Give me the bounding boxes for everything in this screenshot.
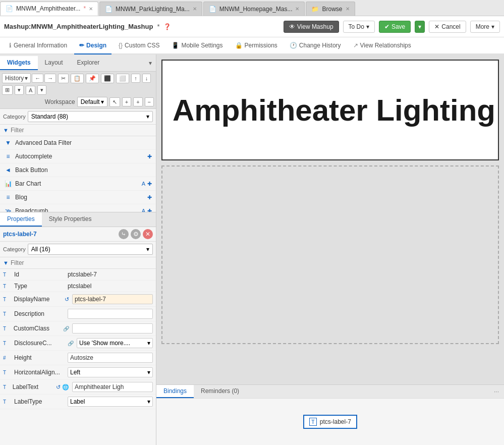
widget-list: ▼ Advanced Data Filter ≡ Autocomplete ✚ … xyxy=(0,136,156,212)
close-icon-btn[interactable]: ✕ xyxy=(143,229,153,239)
prop-select-disc[interactable]: Use 'Show more.... ▾ xyxy=(77,338,153,348)
tab-browse[interactable]: 📁 Browse ✕ xyxy=(306,2,355,16)
widget-item-autocomplete[interactable]: ≡ Autocomplete ✚ xyxy=(0,150,156,163)
widget-item-back-button[interactable]: ◄ Back Button xyxy=(0,163,156,177)
nav-item-custom-css[interactable]: {} Custom CSS xyxy=(114,37,164,54)
group-dropdown[interactable]: ▾ xyxy=(15,85,24,95)
paste-button[interactable]: 📌 xyxy=(86,74,99,83)
nav-item-mobile-settings[interactable]: 📱 Mobile Settings xyxy=(166,37,228,54)
prop-item-custom-class: T CustomClass 🔗 xyxy=(0,321,156,336)
properties-section: Properties Style Properties ptcs-label-7… xyxy=(0,212,156,409)
text-dropdown[interactable]: ▾ xyxy=(37,85,46,95)
canvas-content[interactable]: Amphitheater Lighting Control xyxy=(156,54,504,384)
tab-layout[interactable]: Layout xyxy=(38,56,70,70)
widget-filter-input[interactable] xyxy=(11,127,153,134)
redo-button[interactable]: → xyxy=(44,74,56,83)
link-icon-cc[interactable]: 🔗 xyxy=(63,326,69,331)
todo-button[interactable]: To Do ▾ xyxy=(343,21,375,33)
refresh-icon-dn[interactable]: ↺ xyxy=(65,296,69,303)
info-icon: ℹ xyxy=(9,42,12,49)
text-edit-button[interactable]: A xyxy=(26,86,35,95)
tab-file-icon: 📄 xyxy=(6,5,13,12)
tab-close-2[interactable]: ✕ xyxy=(193,6,197,12)
widget-item-bar-chart[interactable]: 📊 Bar Chart A ✚ xyxy=(0,177,156,191)
align-center-button[interactable]: ⬜ xyxy=(116,74,129,83)
save-button[interactable]: ✔ Save xyxy=(379,21,411,33)
tab-widgets[interactable]: Widgets xyxy=(0,56,38,70)
tab-homepage[interactable]: 📄 MNWM_Homepage_Mas... ✕ xyxy=(203,2,305,16)
tab-style-properties[interactable]: Style Properties xyxy=(42,212,99,227)
props-category-select[interactable]: All (16) ▾ xyxy=(28,244,153,255)
ha-chevron: ▾ xyxy=(147,369,150,376)
expand-button[interactable]: + xyxy=(133,97,142,106)
tab-close-3[interactable]: ✕ xyxy=(295,6,299,12)
canvas-drop-area[interactable] xyxy=(161,165,499,344)
tab-parklighting[interactable]: 📄 MNWM_ParkLighting_Ma... ✕ xyxy=(99,2,202,16)
group-button[interactable]: ⊞ xyxy=(2,85,13,95)
history-dropdown[interactable]: History ▾ xyxy=(2,73,31,83)
align-bottom-button[interactable]: ↓ xyxy=(142,74,151,83)
globe-icon-lt[interactable]: 🌐 xyxy=(62,384,69,391)
toolbar-strip: History ▾ ← → ✂ 📋 📌 ⬛ ⬜ ↑ ↓ ⊞ ▾ A ▾ Work… xyxy=(0,72,156,109)
align-top-button[interactable]: ↑ xyxy=(131,74,140,83)
props-filter-input[interactable] xyxy=(11,259,153,266)
undo-button[interactable]: ← xyxy=(32,74,43,83)
collapse-button[interactable]: − xyxy=(145,97,154,106)
view-mashup-button[interactable]: 👁 View Mashup xyxy=(284,21,339,33)
prop-input-desc[interactable] xyxy=(68,309,153,319)
cut-button[interactable]: ✂ xyxy=(58,74,69,83)
refresh-icon-lt[interactable]: ↺ xyxy=(56,384,61,391)
add-icon-blog[interactable]: ✚ xyxy=(147,194,152,201)
tab-amphitheater[interactable]: 📄 MNWM_Amphitheater... * ✕ xyxy=(0,2,98,16)
cursor-button[interactable]: ↖ xyxy=(109,97,120,107)
gear-icon-btn[interactable]: ⚙ xyxy=(131,229,141,239)
save-dropdown-button[interactable]: ▾ xyxy=(415,21,425,33)
tab-properties[interactable]: Properties xyxy=(0,212,42,227)
widget-item-breadcrumb[interactable]: ≫ Breadcrumb A ✚ xyxy=(0,204,156,212)
widget-category-row: Category Standard (88) ▾ xyxy=(0,109,156,125)
nav-item-general-info[interactable]: ℹ General Information xyxy=(4,37,72,54)
more-button[interactable]: More ▾ xyxy=(470,21,500,33)
nav-item-change-history[interactable]: 🕐 Change History xyxy=(285,37,346,54)
prop-name-cc: CustomClass xyxy=(14,325,60,332)
link-icon-disc[interactable]: 🔗 xyxy=(68,341,74,346)
workspace-select[interactable]: Default ▾ xyxy=(77,97,107,107)
nav-item-permissions[interactable]: 🔒 Permissions xyxy=(230,37,283,54)
share-icon-btn[interactable]: ⤷ xyxy=(119,229,129,239)
align-left-button[interactable]: ⬛ xyxy=(101,74,114,83)
add-icon-breadcrumb[interactable]: ✚ xyxy=(147,208,152,212)
prop-item-display-name: T DisplayName ↺ xyxy=(0,292,156,307)
widget-icon-autocomplete: ≡ xyxy=(4,152,12,160)
bottom-tab-bindings[interactable]: Bindings xyxy=(156,385,194,398)
add-icon-bar-chart[interactable]: ✚ xyxy=(147,181,152,187)
cancel-button[interactable]: ✕ Cancel xyxy=(429,21,466,33)
eye-icon: 👁 xyxy=(289,23,295,30)
prop-input-cc[interactable] xyxy=(72,323,153,333)
tab-close-1[interactable]: ✕ xyxy=(89,6,93,12)
bottom-tab-reminders[interactable]: Reminders (0) xyxy=(194,385,246,398)
main-layout: Widgets Layout Explorer ▾ History ▾ ← → … xyxy=(0,54,504,445)
prop-type-icon-cc: T xyxy=(3,326,11,331)
widget-item-advanced-data-filter[interactable]: ▼ Advanced Data Filter xyxy=(0,136,156,150)
prop-select-ha[interactable]: Left ▾ xyxy=(68,367,153,377)
add-widget-icon[interactable]: ✚ xyxy=(147,153,152,160)
prop-input-height[interactable] xyxy=(68,353,153,363)
prop-select-ltype[interactable]: Label ▾ xyxy=(68,397,153,407)
alpha-icon-breadcrumb[interactable]: A xyxy=(142,208,145,212)
nav-item-view-relationships[interactable]: ↗ View Relationships xyxy=(348,37,416,54)
prop-input-lt[interactable] xyxy=(72,382,153,392)
alpha-icon-bar-chart[interactable]: A xyxy=(142,181,145,187)
nav-item-design[interactable]: ✏ Design xyxy=(74,37,111,54)
widget-tab-arrow[interactable]: ▾ xyxy=(145,57,156,70)
widget-label-bar-chart: Bar Chart xyxy=(15,180,41,187)
tab-close-4[interactable]: ✕ xyxy=(346,6,350,12)
bottom-dots[interactable]: ··· xyxy=(489,386,504,397)
add-button[interactable]: + xyxy=(122,97,131,106)
widget-category-select[interactable]: Standard (88) ▾ xyxy=(28,111,153,122)
widget-item-blog[interactable]: ≡ Blog ✚ xyxy=(0,191,156,204)
tab-explorer[interactable]: Explorer xyxy=(70,56,107,70)
prop-input-dn[interactable] xyxy=(72,294,153,304)
widget-label-row: ptcs-label-7 ⤷ ⚙ ✕ xyxy=(0,227,156,242)
help-icon[interactable]: ❓ xyxy=(163,23,171,30)
copy-button[interactable]: 📋 xyxy=(71,74,84,83)
